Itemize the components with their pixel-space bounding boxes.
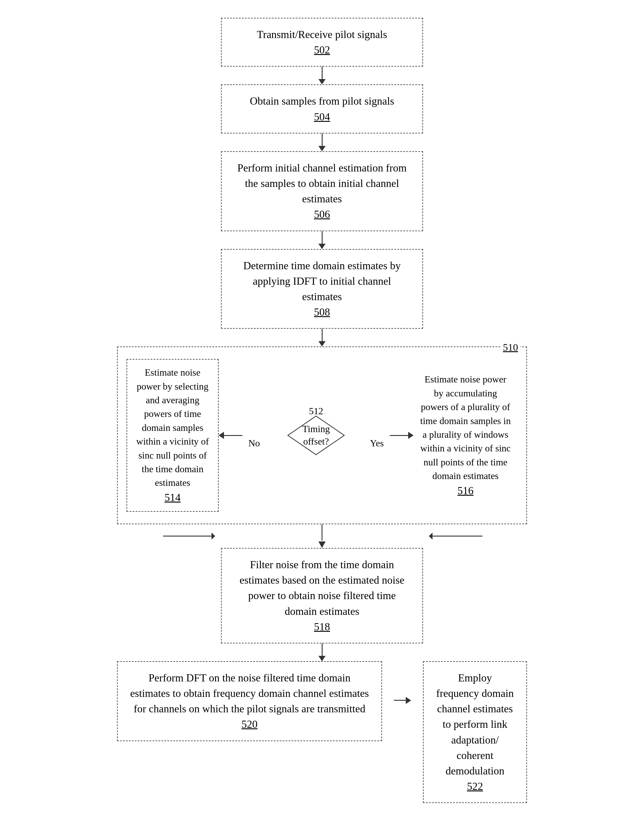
step-508-box: Determine time domain estimates by apply… <box>221 249 423 329</box>
step-510-label: 510 <box>500 342 521 353</box>
diamond-512-label: Timing offset? <box>292 423 340 448</box>
diamond-512-text: Timing offset? <box>302 424 330 447</box>
arrow-head <box>318 244 326 249</box>
step-504-num: 504 <box>314 111 330 123</box>
step-518-text: Filter noise from the time domain estima… <box>240 559 405 617</box>
arrow-502-504 <box>318 67 326 84</box>
arrow-512-514 <box>218 432 242 439</box>
h-line <box>390 435 408 436</box>
no-text: No <box>248 438 260 449</box>
arrow-head <box>318 656 326 661</box>
arrow-506-508 <box>318 231 326 249</box>
step-520-num: 520 <box>242 718 258 730</box>
step-516-text: Estimate noise power by accumulating pow… <box>420 374 511 481</box>
step-518-num: 518 <box>314 621 330 633</box>
h-line <box>224 435 242 436</box>
step-504-box: Obtain samples from pilot signals 504 <box>221 84 423 133</box>
arrow-to-518-area <box>117 524 527 548</box>
svg-marker-4 <box>212 532 215 540</box>
arrow-line <box>322 67 323 79</box>
arrow-line <box>322 643 323 656</box>
arrow-head <box>318 341 326 347</box>
step-520-text: Perform DFT on the noise filtered time d… <box>130 672 369 715</box>
step-516-num: 516 <box>457 485 473 497</box>
step-514-text: Estimate noise power by selecting and av… <box>136 367 209 488</box>
step-514-num: 514 <box>165 491 180 504</box>
routing-svg-mid <box>117 524 527 548</box>
arrow-head-right <box>406 697 411 704</box>
step-506-box: Perform initial channel estimation from … <box>221 151 423 231</box>
diamond-512-container: Timing offset? 512 No Yes <box>242 415 390 456</box>
step-506-num: 506 <box>314 208 330 220</box>
step-504-text: Obtain samples from pilot signals <box>250 95 394 107</box>
h-line <box>394 700 406 701</box>
middle-outer-box: 510 Estimate noise power by selecting an… <box>117 347 527 524</box>
step-502-text: Transmit/Receive pilot signals <box>257 29 388 40</box>
arrow-head <box>318 79 326 84</box>
step-514-box: Estimate noise power by selecting and av… <box>127 359 218 512</box>
step-516-box: Estimate noise power by accumulating pow… <box>413 366 517 504</box>
yes-text: Yes <box>370 438 384 449</box>
middle-inner-row: Estimate noise power by selecting and av… <box>127 359 517 512</box>
step-522-box: Employ frequency domain channel estimate… <box>423 661 527 803</box>
arrow-508-mid <box>318 329 326 347</box>
svg-marker-6 <box>429 532 432 540</box>
diamond-512: Timing offset? 512 <box>286 415 346 456</box>
step-502-box: Transmit/Receive pilot signals 502 <box>221 18 423 67</box>
step-522-num: 522 <box>467 780 483 792</box>
step-518-box: Filter noise from the time domain estima… <box>221 548 423 643</box>
step-520-box: Perform DFT on the noise filtered time d… <box>117 661 382 741</box>
step-512-num: 512 <box>309 405 323 417</box>
arrow-512-516 <box>390 432 413 439</box>
step-522-text: Employ frequency domain channel estimate… <box>437 672 514 777</box>
step-502-num: 502 <box>314 44 330 56</box>
arrow-head-right <box>408 432 413 439</box>
bottom-row: Perform DFT on the noise filtered time d… <box>117 661 527 803</box>
flowchart-diagram: Transmit/Receive pilot signals 502 Obtai… <box>114 18 530 803</box>
arrow-head <box>318 146 326 151</box>
arrow-518-520 <box>318 643 326 661</box>
arrow-520-522 <box>394 697 411 704</box>
svg-marker-2 <box>318 542 326 548</box>
arrow-line <box>322 231 323 244</box>
arrow-head-left <box>218 432 224 439</box>
arrow-line <box>322 133 323 146</box>
step-508-num: 508 <box>314 306 330 318</box>
step-506-text: Perform initial channel estimation from … <box>237 162 407 205</box>
step-508-text: Determine time domain estimates by apply… <box>243 260 401 303</box>
arrow-line <box>322 329 323 341</box>
arrow-504-506 <box>318 133 326 151</box>
